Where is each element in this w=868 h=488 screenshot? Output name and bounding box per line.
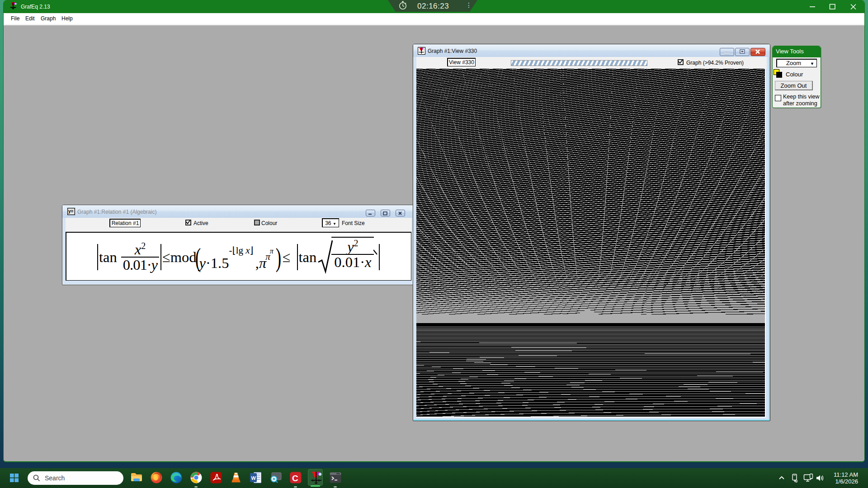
svg-text:y=: y=: [68, 209, 74, 214]
svg-text:C: C: [292, 474, 298, 483]
svg-text:W: W: [251, 475, 256, 481]
